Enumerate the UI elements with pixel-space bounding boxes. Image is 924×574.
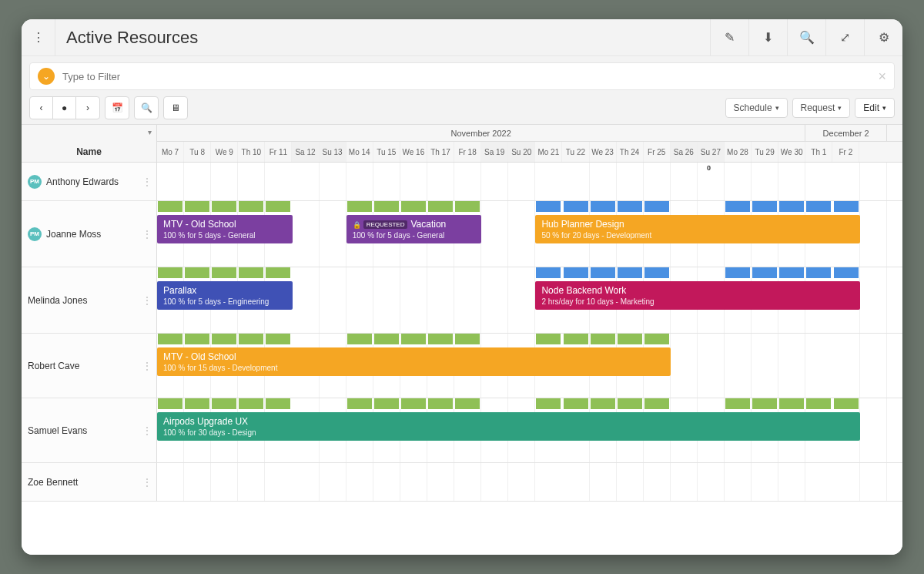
row-menu-button[interactable]: ⋮ — [142, 425, 152, 436]
today-button[interactable]: ● — [53, 97, 76, 119]
availability-segment — [239, 334, 263, 344]
booking-bar[interactable]: MTV - Old School100 % for 5 days - Gener… — [157, 215, 293, 243]
availability-segment — [212, 201, 236, 212]
row-menu-button[interactable]: ⋮ — [142, 477, 152, 488]
calendar-button[interactable]: 📅 — [105, 97, 129, 119]
zero-marker: 0 — [707, 164, 711, 172]
menu-button[interactable]: ⋮ — [22, 19, 55, 56]
chevron-right-icon: › — [86, 102, 89, 113]
booking-title-row: Node Backend Work — [541, 285, 853, 296]
row-menu-button[interactable]: ⋮ — [142, 176, 152, 187]
filter-chip-icon[interactable]: ⌄ — [38, 68, 55, 85]
timeline-header: November 2022December 2 Mo 7Tu 8We 9Th 1… — [157, 125, 902, 162]
booking-title-row: Hub Planner Design — [541, 219, 853, 230]
availability-segment — [266, 267, 290, 278]
resource-row: Melinda Jones⋮Parallax100 % for 5 days -… — [22, 267, 902, 334]
timeline-cell[interactable]: Parallax100 % for 5 days - EngineeringNo… — [157, 267, 902, 333]
request-dropdown[interactable]: Request▾ — [792, 98, 851, 118]
resource-name-cell[interactable]: Samuel Evans⋮ — [22, 398, 157, 462]
availability-segment — [644, 201, 669, 212]
availability-segment — [591, 267, 615, 278]
filter-bar: ⌄ × — [29, 62, 895, 90]
day-cell: Tu 22 — [562, 142, 589, 162]
booking-bar[interactable]: Hub Planner Design50 % for 20 days - Dev… — [535, 215, 859, 243]
booking-bar[interactable]: Parallax100 % for 5 days - Engineering — [157, 281, 293, 310]
booking-title: Node Backend Work — [541, 285, 626, 296]
search-button[interactable]: 🔍 — [787, 19, 825, 56]
header-actions: ✎ ⬇ 🔍 ⤢ ⚙ — [710, 19, 902, 56]
day-cell: Su 27 — [698, 142, 725, 162]
resource-name-cell[interactable]: Robert Cave⋮ — [22, 334, 157, 398]
row-menu-button[interactable]: ⋮ — [142, 229, 152, 240]
availability-segment — [185, 398, 209, 409]
filter-clear-button[interactable]: × — [878, 69, 886, 85]
resource-name-cell[interactable]: PMAnthony Edwards⋮ — [22, 163, 157, 200]
day-cell: Su 20 — [508, 142, 535, 162]
availability-segment — [806, 398, 831, 409]
toolbar: ‹ ● › 📅 🔍 🖥 Schedule▾ Request▾ Edit▾ — [22, 96, 902, 124]
resource-name: Melinda Jones — [28, 295, 87, 306]
download-button[interactable]: ⬇ — [748, 19, 787, 56]
booking-title-row: 🔒REQUESTEDVacation — [353, 219, 476, 230]
availability-segment — [779, 201, 804, 212]
edit-dropdown[interactable]: Edit▾ — [855, 98, 895, 118]
calendar-icon: 📅 — [112, 102, 123, 113]
availability-segment — [752, 398, 777, 409]
resource-name-cell[interactable]: Melinda Jones⋮ — [22, 267, 157, 333]
edit-icon-button[interactable]: ✎ — [710, 19, 748, 56]
day-cell: Th 1 — [805, 142, 832, 162]
timeline-cell[interactable]: 0 — [157, 163, 902, 200]
name-column-header: ▾ Name — [22, 125, 157, 162]
row-menu-button[interactable]: ⋮ — [142, 295, 152, 306]
prev-button[interactable]: ‹ — [30, 97, 53, 119]
booking-title: Hub Planner Design — [541, 219, 624, 230]
availability-segment — [644, 267, 669, 278]
availability-segment — [347, 398, 372, 409]
day-cell: Fr 11 — [265, 142, 292, 162]
zoom-icon: 🔍 — [141, 102, 152, 113]
next-button[interactable]: › — [76, 97, 99, 119]
view-group: 📅 — [105, 96, 129, 119]
day-cell: We 9 — [211, 142, 238, 162]
availability-segment — [618, 334, 642, 344]
caret-icon: ▾ — [775, 104, 779, 112]
availability-segment — [779, 398, 804, 409]
timeline-cell[interactable] — [157, 463, 902, 501]
row-menu-button[interactable]: ⋮ — [142, 361, 152, 371]
timeline-cell[interactable]: Airpods Upgrade UX100 % for 30 days - De… — [157, 398, 902, 462]
resource-name-cell[interactable]: Zoe Bennett⋮ — [22, 463, 157, 501]
grid-header: ▾ Name November 2022December 2 Mo 7Tu 8W… — [22, 125, 902, 163]
filter-input[interactable] — [62, 71, 878, 82]
availability-segment — [428, 201, 453, 212]
booking-subtitle: 100 % for 5 days - Engineering — [163, 297, 286, 306]
availability-segment — [725, 201, 750, 212]
booking-bar[interactable]: Airpods Upgrade UX100 % for 30 days - De… — [157, 412, 860, 441]
page-title: Active Resources — [55, 28, 710, 48]
collapse-icon[interactable]: ▾ — [148, 128, 152, 136]
settings-button[interactable]: ⚙ — [864, 19, 902, 56]
lock-icon: 🔒 — [353, 221, 361, 229]
display-button[interactable]: 🖥 — [164, 97, 187, 119]
availability-segment — [455, 334, 480, 344]
availability-segment — [564, 398, 588, 409]
timeline-cell[interactable]: MTV - Old School100 % for 15 days - Deve… — [157, 334, 902, 398]
schedule-dropdown[interactable]: Schedule▾ — [725, 98, 788, 118]
day-cell: Fr 25 — [644, 142, 671, 162]
booking-bar[interactable]: Node Backend Work2 hrs/day for 10 days -… — [535, 281, 859, 310]
availability-segment — [564, 334, 588, 344]
booking-title: Airpods Upgrade UX — [163, 416, 248, 427]
timeline-cell[interactable]: MTV - Old School100 % for 5 days - Gener… — [157, 201, 902, 267]
grid-body[interactable]: PMAnthony Edwards⋮0PMJoanne Moss⋮MTV - O… — [22, 163, 902, 555]
availability-segment — [212, 398, 236, 409]
availability-segment — [834, 201, 859, 212]
resource-name-cell[interactable]: PMJoanne Moss⋮ — [22, 201, 157, 267]
availability-segment — [725, 398, 750, 409]
zoom-button[interactable]: 🔍 — [135, 97, 158, 119]
availability-segment — [644, 334, 669, 344]
booking-bar[interactable]: 🔒REQUESTEDVacation100 % for 5 days - Gen… — [346, 215, 482, 243]
booking-bar[interactable]: MTV - Old School100 % for 15 days - Deve… — [157, 347, 671, 376]
resource-row: Robert Cave⋮MTV - Old School100 % for 15… — [22, 334, 902, 398]
availability-segment — [752, 201, 777, 212]
fullscreen-button[interactable]: ⤢ — [825, 19, 864, 56]
availability-segment — [185, 334, 209, 344]
